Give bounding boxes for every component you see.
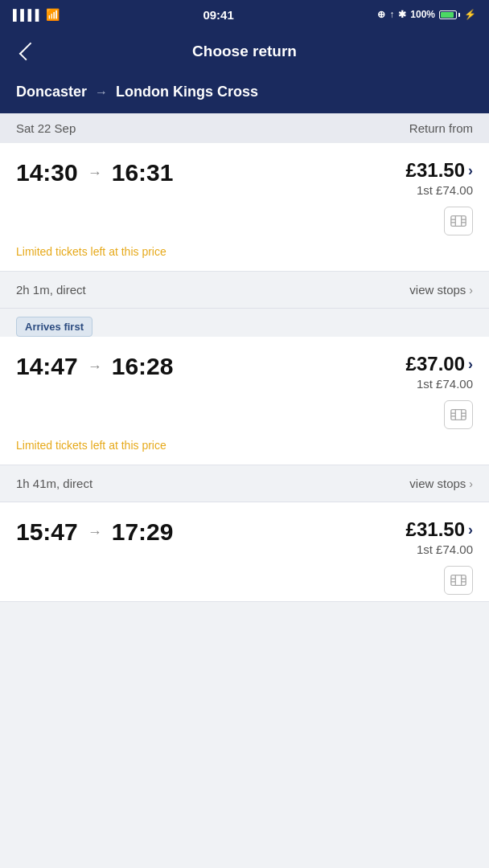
ticket-icon-1 bbox=[444, 207, 473, 235]
return-from-label: Return from bbox=[409, 121, 473, 135]
depart-time-2: 14:47 bbox=[16, 353, 78, 380]
arrives-first-badge: Arrives first bbox=[16, 317, 92, 337]
status-left: ▌▌▌▌ 📶 bbox=[13, 8, 60, 21]
signal-icon: ▌▌▌▌ bbox=[13, 9, 43, 21]
battery-icon bbox=[439, 10, 460, 19]
destination-label: London Kings Cross bbox=[116, 84, 258, 100]
time-arrow-3: → bbox=[88, 524, 102, 541]
price-value-3: £31.50 bbox=[406, 518, 465, 541]
status-time: 09:41 bbox=[203, 8, 233, 22]
price-chevron-2: › bbox=[468, 356, 473, 373]
price-chevron-1: › bbox=[468, 162, 473, 179]
arrive-time-3: 17:29 bbox=[112, 518, 174, 546]
status-bar: ▌▌▌▌ 📶 09:41 ⊕ ↑ ✱ 100% ⚡ bbox=[0, 0, 489, 29]
journey-times-1: 14:30 → 16:31 bbox=[16, 159, 173, 186]
price-block-2: £37.00 › 1st £74.00 bbox=[406, 353, 473, 391]
date-bar: Sat 22 Sep Return from bbox=[0, 113, 489, 143]
journey-date: Sat 22 Sep bbox=[16, 121, 76, 135]
price-value-2: £37.00 bbox=[406, 353, 465, 375]
origin-label: Doncaster bbox=[16, 84, 87, 100]
time-arrow-2: → bbox=[88, 358, 102, 375]
svg-rect-0 bbox=[451, 216, 466, 227]
svg-rect-14 bbox=[451, 575, 466, 586]
battery-percent: 100% bbox=[410, 9, 435, 20]
journey-times-3: 15:47 → 17:29 bbox=[16, 518, 173, 546]
back-button[interactable] bbox=[13, 39, 39, 64]
time-arrow-1: → bbox=[88, 165, 102, 182]
depart-time-3: 15:47 bbox=[16, 518, 78, 546]
stops-bar-1: 2h 1m, direct view stops › bbox=[0, 272, 489, 309]
wifi-icon: 📶 bbox=[46, 8, 60, 21]
arrives-first-row: Arrives first bbox=[0, 309, 489, 337]
ticket-icon-3 bbox=[444, 566, 473, 595]
arrive-time-2: 16:28 bbox=[112, 353, 174, 380]
ticket-icon-row-3 bbox=[0, 563, 489, 601]
ticket-icon-row-1 bbox=[0, 203, 489, 242]
stops-bar-2: 1h 41m, direct view stops › bbox=[0, 465, 489, 502]
price-block-3: £31.50 › 1st £74.00 bbox=[406, 518, 473, 556]
arrow-up-icon: ↑ bbox=[389, 9, 394, 20]
price-first-2: 1st £74.00 bbox=[406, 377, 473, 391]
arrive-time-1: 16:31 bbox=[112, 159, 174, 186]
journey-main-2: 14:47 → 16:28 £37.00 › 1st £74.00 bbox=[0, 337, 489, 397]
journey-main-1: 14:30 → 16:31 £31.50 › 1st £74.00 bbox=[0, 143, 489, 203]
price-main-1: £31.50 › bbox=[406, 159, 473, 182]
view-stops-label-2: view stops bbox=[409, 477, 466, 490]
view-stops-button-2[interactable]: view stops › bbox=[409, 477, 473, 490]
route-arrow-icon: → bbox=[95, 85, 108, 100]
price-value-1: £31.50 bbox=[406, 159, 465, 182]
limited-tickets-2: Limited tickets left at this price bbox=[0, 436, 489, 465]
duration-2: 1h 41m, direct bbox=[16, 477, 92, 490]
page-title: Choose return bbox=[39, 43, 450, 60]
location-icon: ⊕ bbox=[377, 9, 385, 20]
view-stops-chevron-1: › bbox=[469, 284, 473, 297]
back-arrow-icon bbox=[19, 43, 38, 61]
view-stops-label-1: view stops bbox=[409, 283, 466, 297]
duration-1: 2h 1m, direct bbox=[16, 283, 86, 297]
price-first-3: 1st £74.00 bbox=[406, 542, 473, 556]
price-main-3: £31.50 › bbox=[406, 518, 473, 541]
header: Choose return bbox=[0, 29, 489, 74]
price-main-2: £37.00 › bbox=[406, 353, 473, 375]
journey-times-2: 14:47 → 16:28 bbox=[16, 353, 173, 380]
journey-card-3[interactable]: 15:47 → 17:29 £31.50 › 1st £74.00 bbox=[0, 502, 489, 602]
svg-rect-7 bbox=[451, 410, 466, 420]
price-first-1: 1st £74.00 bbox=[406, 183, 473, 197]
limited-tickets-1: Limited tickets left at this price bbox=[0, 242, 489, 271]
depart-time-1: 14:30 bbox=[16, 159, 78, 186]
journey-card-2[interactable]: 14:47 → 16:28 £37.00 › 1st £74.00 Limi bbox=[0, 337, 489, 465]
price-block-1: £31.50 › 1st £74.00 bbox=[406, 159, 473, 197]
status-right: ⊕ ↑ ✱ 100% ⚡ bbox=[377, 9, 476, 20]
price-chevron-3: › bbox=[468, 522, 473, 538]
ticket-icon-2 bbox=[444, 400, 473, 429]
journey-card-1[interactable]: 14:30 → 16:31 £31.50 › 1st £74.00 Limi bbox=[0, 143, 489, 272]
view-stops-chevron-2: › bbox=[469, 477, 473, 490]
charging-icon: ⚡ bbox=[464, 9, 476, 20]
bluetooth-icon: ✱ bbox=[398, 9, 406, 20]
view-stops-button-1[interactable]: view stops › bbox=[409, 283, 473, 297]
route-bar: Doncaster → London Kings Cross bbox=[0, 74, 489, 113]
journey-main-3: 15:47 → 17:29 £31.50 › 1st £74.00 bbox=[0, 502, 489, 563]
ticket-icon-row-2 bbox=[0, 397, 489, 436]
